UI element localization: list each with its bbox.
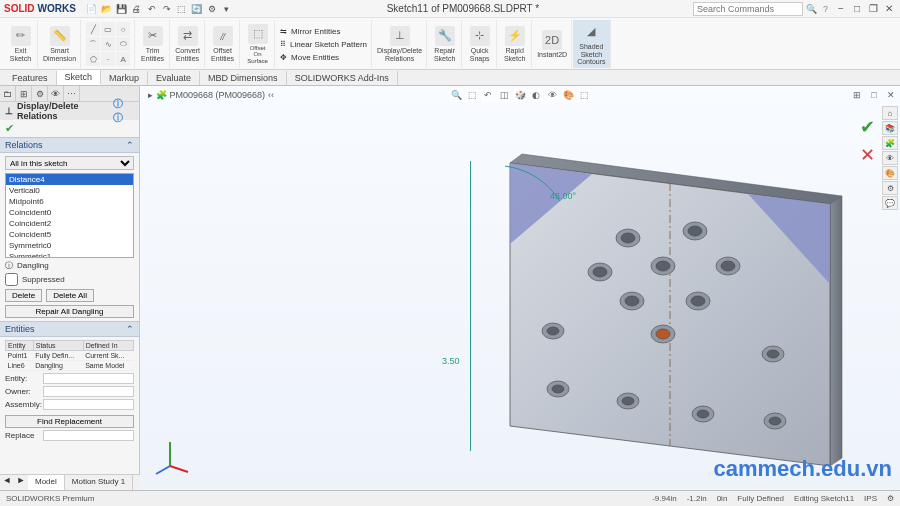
table-row[interactable]: Point1Fully Defin...Current Sk... — [6, 351, 134, 361]
instant2d-button[interactable]: 2D Instant2D — [533, 20, 572, 68]
relations-listbox[interactable]: Distance4 Vertical0 Midpoint6 Coincident… — [5, 173, 134, 258]
smart-dimension-button[interactable]: 📏 Smart Dimension — [39, 20, 81, 68]
table-row[interactable]: Line6DanglingSame Model — [6, 361, 134, 371]
shaded-contours-button[interactable]: ◢ Shaded Sketch Contours — [573, 20, 610, 68]
relation-item[interactable]: Symmetric1 — [6, 251, 133, 258]
entities-section-header[interactable]: Entities⌃ — [0, 321, 139, 337]
new-icon[interactable]: 📄 — [86, 3, 98, 15]
feature-tree-tab[interactable]: 🗀 — [0, 86, 16, 101]
panel-ok-icon[interactable]: ✔ — [0, 120, 139, 137]
tab-addins[interactable]: SOLIDWORKS Add-Ins — [287, 71, 398, 85]
linear-pattern-button[interactable]: ⠿ Linear Sketch Pattern — [280, 40, 367, 49]
motion-study-tab[interactable]: Motion Study 1 — [65, 475, 133, 490]
hide-show-icon[interactable]: 👁 — [545, 88, 559, 102]
tab-nav-left[interactable]: ◄ — [0, 475, 14, 490]
tab-evaluate[interactable]: Evaluate — [148, 71, 200, 85]
repair-dangling-button[interactable]: Repair All Dangling — [5, 305, 134, 318]
config-tab[interactable]: ⚙ — [32, 86, 48, 101]
suppressed-checkbox[interactable] — [5, 273, 18, 286]
point-tool[interactable]: · — [101, 52, 115, 66]
delete-button[interactable]: Delete — [5, 289, 42, 302]
entity-input[interactable] — [43, 373, 134, 384]
restore-icon[interactable]: ❐ — [866, 2, 880, 16]
minimize-icon[interactable]: − — [834, 2, 848, 16]
taskpane-view-icon[interactable]: 👁 — [882, 151, 898, 165]
taskpane-resources-icon[interactable]: 📚 — [882, 121, 898, 135]
save-icon[interactable]: 💾 — [116, 3, 128, 15]
delete-all-button[interactable]: Delete All — [46, 289, 94, 302]
prev-view-icon[interactable]: ↶ — [481, 88, 495, 102]
repair-sketch-button[interactable]: 🔧 Repair Sketch — [428, 20, 462, 68]
search-icon[interactable]: 🔍 — [806, 4, 817, 14]
assembly-input[interactable] — [43, 399, 134, 410]
display-delete-relations-button[interactable]: ⊥ Display/Delete Relations — [373, 20, 427, 68]
taskpane-home-icon[interactable]: ⌂ — [882, 106, 898, 120]
close-icon[interactable]: ✕ — [882, 2, 896, 16]
view-orient-icon[interactable]: 🎲 — [513, 88, 527, 102]
display-tab[interactable]: 👁 — [48, 86, 64, 101]
relations-section-header[interactable]: Relations⌃ — [0, 137, 139, 153]
taskpane-design-icon[interactable]: 🧩 — [882, 136, 898, 150]
circle-tool[interactable]: ○ — [116, 22, 130, 36]
sketch-ok-icon[interactable]: ✔ — [860, 116, 875, 138]
tab-sketch[interactable]: Sketch — [57, 70, 102, 85]
spline-tool[interactable]: ∿ — [101, 37, 115, 51]
sketch-cancel-icon[interactable]: ✕ — [860, 144, 875, 166]
taskpane-forum-icon[interactable]: 💬 — [882, 196, 898, 210]
undo-icon[interactable]: ↶ — [146, 3, 158, 15]
orientation-triad[interactable] — [150, 436, 190, 476]
options-icon[interactable]: ⚙ — [206, 3, 218, 15]
model-tab[interactable]: Model — [28, 475, 65, 490]
owner-input[interactable] — [43, 386, 134, 397]
relation-item[interactable]: Symmetric0 — [6, 240, 133, 251]
mirror-entities-button[interactable]: ⇋ Mirror Entities — [280, 27, 340, 36]
display-style-icon[interactable]: ◐ — [529, 88, 543, 102]
open-icon[interactable]: 📂 — [101, 3, 113, 15]
rect-tool[interactable]: ▭ — [101, 22, 115, 36]
search-commands-input[interactable] — [693, 2, 803, 16]
convert-entities-button[interactable]: ⇄ Convert Entities — [171, 20, 205, 68]
offset-entities-button[interactable]: ⫽ Offset Entities — [206, 20, 240, 68]
status-gear-icon[interactable]: ⚙ — [887, 494, 894, 503]
scene-icon[interactable]: ⬚ — [577, 88, 591, 102]
redo-icon[interactable]: ↷ — [161, 3, 173, 15]
text-tool[interactable]: A — [116, 52, 130, 66]
find-replacement-button[interactable]: Find Replacement — [5, 415, 134, 428]
rebuild-icon[interactable]: 🔄 — [191, 3, 203, 15]
taskpane-custom-icon[interactable]: ⚙ — [882, 181, 898, 195]
quick-snaps-button[interactable]: ⊹ Quick Snaps — [463, 20, 497, 68]
graphics-viewport[interactable]: ▸ 🧩 PM009668 (PM009668) ‹‹ 🔍 ⬚ ↶ ◫ 🎲 ◐ 👁… — [140, 86, 900, 490]
replace-input[interactable] — [43, 430, 134, 441]
property-tab[interactable]: ⊞ — [16, 86, 32, 101]
help-icon[interactable]: ? — [823, 4, 828, 14]
print-icon[interactable]: 🖨 — [131, 3, 143, 15]
dimension-height[interactable]: 3.50 — [442, 356, 460, 366]
taskpane-appearance-icon[interactable]: 🎨 — [882, 166, 898, 180]
zoom-area-icon[interactable]: ⬚ — [465, 88, 479, 102]
rapid-sketch-button[interactable]: ⚡ Rapid Sketch — [498, 20, 532, 68]
tab-features[interactable]: Features — [4, 71, 57, 85]
trim-entities-button[interactable]: ✂ Trim Entities — [136, 20, 170, 68]
select-icon[interactable]: ⬚ — [176, 3, 188, 15]
vp-menu-icon[interactable]: ⊞ — [850, 88, 864, 102]
relation-item[interactable]: Vertical0 — [6, 185, 133, 196]
relation-item[interactable]: Midpoint6 — [6, 196, 133, 207]
arc-tool[interactable]: ⌒ — [86, 37, 100, 51]
move-entities-button[interactable]: ✥ Move Entities — [280, 53, 339, 62]
section-view-icon[interactable]: ◫ — [497, 88, 511, 102]
offset-surface-button[interactable]: ⬚ Offset On Surface — [241, 20, 275, 68]
appearance-icon[interactable]: 🎨 — [561, 88, 575, 102]
relation-item[interactable]: Coincident0 — [6, 207, 133, 218]
relation-item[interactable]: Coincident2 — [6, 218, 133, 229]
polygon-tool[interactable]: ⬠ — [86, 52, 100, 66]
more-tab[interactable]: ⋯ — [64, 86, 80, 101]
maximize-icon[interactable]: □ — [850, 2, 864, 16]
ellipse-tool[interactable]: ⬭ — [116, 37, 130, 51]
dropdown-icon[interactable]: ▾ — [221, 3, 233, 15]
vp-max-icon[interactable]: □ — [867, 88, 881, 102]
relation-item[interactable]: Distance4 — [6, 174, 133, 185]
vp-close-icon[interactable]: ✕ — [884, 88, 898, 102]
status-units[interactable]: IPS — [864, 494, 877, 503]
flyout-tree[interactable]: ▸ 🧩 PM009668 (PM009668) ‹‹ — [148, 90, 274, 100]
relation-item[interactable]: Coincident5 — [6, 229, 133, 240]
